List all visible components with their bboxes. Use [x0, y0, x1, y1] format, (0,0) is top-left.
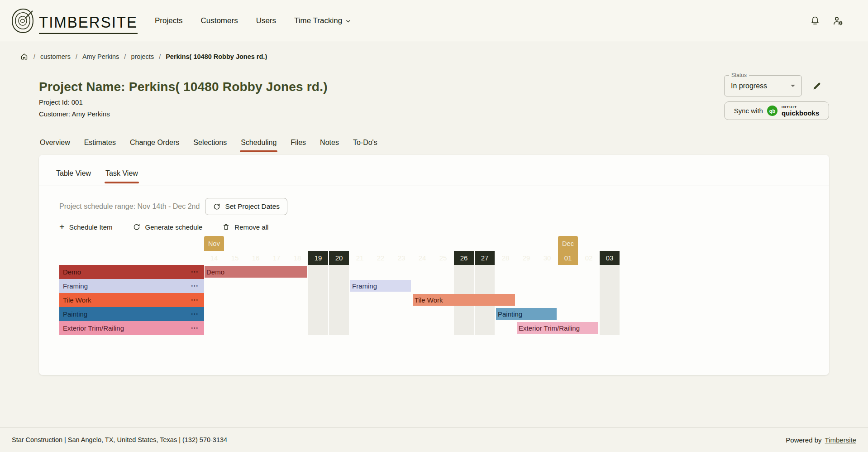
subtab-task-view[interactable]: Task View: [105, 168, 139, 186]
breadcrumb-separator: /: [33, 53, 35, 60]
main-nav: Projects Customers Users Time Tracking: [155, 16, 351, 25]
status-value: In progress: [731, 82, 791, 90]
breadcrumb-home-link[interactable]: [20, 52, 29, 61]
gantt-day-header: 22: [371, 251, 391, 265]
gantt-day-header: 30: [537, 251, 557, 265]
breadcrumb-customer-name[interactable]: Amy Perkins: [82, 53, 119, 60]
breadcrumb-customers[interactable]: customers: [40, 53, 71, 60]
task-menu-button[interactable]: •••: [191, 269, 199, 274]
page-title: Project Name: Perkins( 10480 Robby Jones…: [39, 80, 829, 94]
gantt-task-label-row: Framing•••: [59, 279, 204, 293]
gantt-day-header: 20: [329, 251, 349, 265]
gantt-task-bar[interactable]: Demo: [205, 266, 307, 278]
gantt-day-header: 24: [412, 251, 432, 265]
project-header: Project Name: Perkins( 10480 Robby Jones…: [0, 61, 868, 118]
gantt-task-bar[interactable]: Painting: [496, 308, 557, 320]
gantt-weekend-stripe: [308, 265, 328, 335]
gantt-task-label-row: Exterior Trim/Railing•••: [59, 321, 204, 335]
gantt-task-label-row: Painting•••: [59, 307, 204, 321]
status-select-label: Status: [729, 72, 749, 78]
gantt-day-header: 03: [600, 251, 620, 265]
project-id-line: Project Id: 001: [39, 98, 829, 106]
timbersite-link[interactable]: Timbersite: [825, 436, 856, 444]
quickbooks-wordmark: quickbooks: [782, 110, 819, 116]
logo-wordmark: TIMBERSITE: [39, 14, 138, 34]
breadcrumb-projects[interactable]: projects: [131, 53, 154, 60]
gantt-task-bar[interactable]: Exterior Trim/Railing: [517, 322, 598, 334]
sync-label: Sync with: [734, 107, 763, 115]
task-menu-button[interactable]: •••: [191, 326, 199, 331]
task-menu-button[interactable]: •••: [191, 312, 199, 317]
gantt-task-label-row: Demo•••: [59, 265, 204, 279]
tab-todos[interactable]: To-Do's: [352, 136, 378, 153]
notifications-button[interactable]: [807, 13, 823, 29]
gantt-day-header: 18: [287, 251, 307, 265]
schedule-range-text: Project schedule range: Nov 14th - Dec 2…: [59, 202, 200, 211]
gantt-task-name: Exterior Trim/Railing: [63, 324, 124, 332]
gantt-task-label-row: Tile Work•••: [59, 293, 204, 307]
home-icon: [20, 52, 29, 61]
user-settings-icon: [832, 15, 844, 26]
gantt-day-header: 23: [391, 251, 411, 265]
gantt-task-labels: Demo•••Framing•••Tile Work•••Painting•••…: [59, 265, 204, 335]
tab-files[interactable]: Files: [290, 136, 307, 153]
scheduling-card: Table View Task View Project schedule ra…: [39, 155, 829, 375]
task-menu-button[interactable]: •••: [191, 298, 199, 303]
view-subtabs: Table View Task View: [39, 155, 829, 186]
chevron-down-icon: [345, 18, 351, 24]
tab-estimates[interactable]: Estimates: [83, 136, 117, 153]
tab-scheduling[interactable]: Scheduling: [240, 136, 277, 153]
tab-change-orders[interactable]: Change Orders: [129, 136, 180, 153]
nav-users[interactable]: Users: [256, 16, 276, 25]
breadcrumb-current: Perkins( 10480 Robby Jones rd.): [166, 53, 267, 60]
nav-customers[interactable]: Customers: [200, 16, 238, 25]
gantt: Demo•••Framing•••Tile Work•••Painting•••…: [39, 231, 829, 335]
notifications-bell-icon: [810, 15, 820, 26]
set-project-dates-button[interactable]: Set Project Dates: [205, 198, 287, 215]
gantt-day-header: 26: [454, 251, 474, 265]
tab-notes[interactable]: Notes: [319, 136, 340, 153]
powered-by-label: Powered by: [786, 436, 821, 444]
gantt-day-header: 21: [350, 251, 370, 265]
gantt-task-name: Framing: [63, 282, 88, 290]
sync-arrows-icon: [213, 202, 221, 211]
gantt-day-header: 28: [496, 251, 515, 265]
gantt-task-name: Painting: [63, 310, 87, 318]
gantt-task-bar[interactable]: Framing: [350, 280, 411, 292]
top-navbar: TIMBERSITE Projects Customers Users Time…: [0, 0, 868, 42]
plus-icon: +: [59, 222, 65, 231]
subtab-table-view[interactable]: Table View: [55, 168, 92, 186]
gantt-task-bar[interactable]: Tile Work: [413, 294, 515, 306]
tab-overview[interactable]: Overview: [39, 136, 71, 153]
breadcrumb-separator: /: [159, 53, 161, 60]
schedule-item-button[interactable]: + Schedule Item: [59, 222, 113, 231]
gantt-day-header: 25: [433, 251, 453, 265]
gantt-day-header: 29: [516, 251, 536, 265]
remove-all-button[interactable]: Remove all: [222, 223, 268, 231]
tab-selections[interactable]: Selections: [192, 136, 228, 153]
task-menu-button[interactable]: •••: [191, 284, 199, 289]
logo[interactable]: TIMBERSITE: [11, 8, 138, 34]
project-tabs: Overview Estimates Change Orders Selecti…: [0, 136, 868, 153]
nav-projects[interactable]: Projects: [155, 16, 182, 25]
logo-rings-icon: [11, 8, 34, 34]
trash-icon: [222, 223, 230, 231]
generate-schedule-button[interactable]: Generate schedule: [133, 223, 203, 231]
project-customer-line: Customer: Amy Perkins: [39, 110, 829, 118]
gantt-month-label: Dec: [558, 236, 578, 251]
generate-sync-icon: [133, 223, 141, 231]
gantt-day-header: 27: [475, 251, 495, 265]
quickbooks-logo-icon: qb: [767, 106, 777, 116]
gantt-day-header: 17: [267, 251, 286, 265]
pencil-icon: [812, 81, 822, 91]
gantt-weekend-stripe: [600, 265, 620, 335]
gantt-day-header: 02: [579, 251, 599, 265]
user-settings-button[interactable]: [830, 13, 846, 29]
status-select[interactable]: Status In progress: [724, 75, 802, 96]
edit-status-button[interactable]: [809, 78, 825, 94]
gantt-task-name: Tile Work: [63, 296, 91, 304]
sync-quickbooks-button[interactable]: Sync with qb INTUIT quickbooks: [724, 101, 829, 120]
nav-time-tracking[interactable]: Time Tracking: [294, 16, 351, 25]
gantt-day-header: 19: [308, 251, 328, 265]
gantt-day-header: 15: [225, 251, 245, 265]
